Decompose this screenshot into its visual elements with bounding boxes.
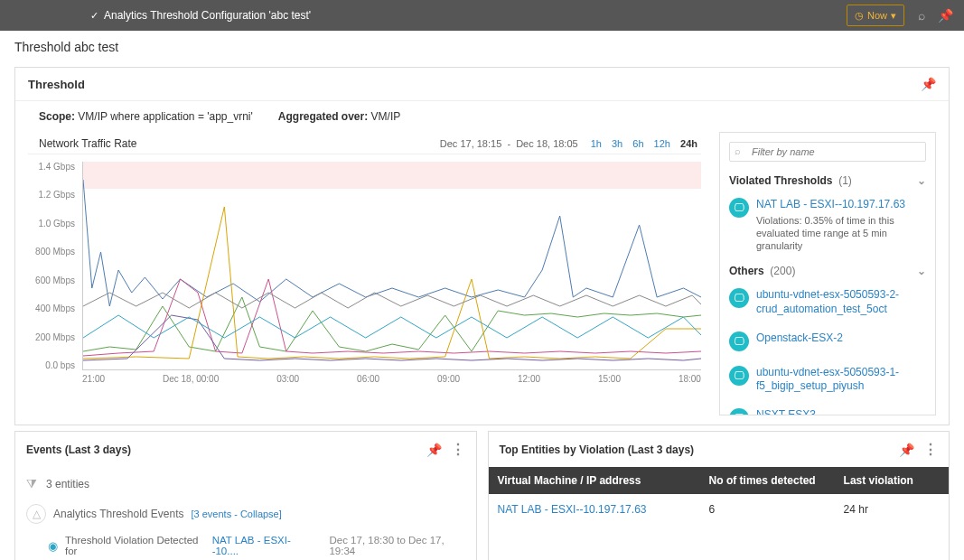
pin-icon[interactable]: 📌 — [933, 5, 957, 26]
threshold-panel: Threshold 📌 Scope: VM/IP where applicati… — [14, 67, 950, 425]
range-3h[interactable]: 3h — [612, 138, 622, 149]
x-tick: 15:00 — [598, 374, 621, 388]
x-tick: 09:00 — [437, 374, 460, 388]
range-24h[interactable]: 24h — [680, 138, 697, 149]
col-count: No of times detected — [709, 474, 844, 487]
violated-item-sub: Violations: 0.35% of time in this evalua… — [756, 214, 926, 253]
x-tick: 03:00 — [276, 374, 299, 388]
table-header: Virtual Machine / IP address No of times… — [489, 467, 950, 494]
y-tick: 600 Mbps — [28, 275, 80, 285]
entity-side-panel: ⌕ Violated Thresholds (1) ⌄ 🖵 NAT LAB - … — [719, 132, 936, 415]
funnel-icon[interactable]: ⧩ — [26, 476, 37, 491]
x-tick: 12:00 — [518, 374, 540, 388]
vm-icon: 🖵 — [729, 331, 749, 351]
more-icon[interactable]: ⋮ — [923, 441, 938, 458]
x-tick: 06:00 — [357, 374, 379, 388]
chart-to: Dec 18, 18:05 — [516, 138, 578, 149]
events-panel: Events (Last 3 days) 📌 ⋮ ⧩ 3 entities △ … — [14, 431, 477, 560]
chart-from: Dec 17, 18:15 — [440, 138, 502, 149]
x-tick: 18:00 — [679, 374, 701, 388]
other-item[interactable]: 🖵 ubuntu-vdnet-esx-5050593-2-crud_automa… — [729, 283, 926, 325]
top-entities-panel: Top Entities by Violation (Last 3 days) … — [488, 431, 950, 560]
chart-lines — [83, 162, 701, 369]
check-icon: ✓ — [90, 10, 98, 22]
vm-icon: 🖵 — [729, 198, 749, 218]
violated-item-name[interactable]: NAT LAB - ESXI--10.197.17.63 — [756, 198, 926, 212]
chevron-down-icon[interactable]: ⌄ — [917, 174, 926, 187]
chevron-down-icon[interactable]: ⌄ — [917, 265, 926, 277]
chart-area[interactable]: 1.4 Gbps 1.2 Gbps 1.0 Gbps 800 Mbps 600 … — [28, 154, 701, 388]
y-tick: 1.2 Gbps — [28, 190, 80, 200]
x-tick: 21:00 — [82, 374, 105, 388]
chart-title: Network Traffic Rate — [39, 137, 136, 150]
filter-input[interactable] — [729, 142, 926, 162]
vm-icon: 🖵 — [729, 288, 749, 308]
scope-label: Scope: — [39, 110, 75, 123]
violated-count: (1) — [838, 174, 852, 187]
event-link[interactable]: NAT LAB - ESXI--10.... — [212, 535, 312, 556]
events-collapse-link[interactable]: [3 events - Collapse] — [192, 509, 282, 519]
x-axis: 21:00 Dec 18, 00:00 03:00 06:00 09:00 12… — [82, 372, 701, 388]
range-1h[interactable]: 1h — [591, 138, 602, 149]
range-12h[interactable]: 12h — [654, 138, 670, 149]
chevron-down-icon: ▾ — [891, 10, 896, 22]
y-tick: 0.0 bps — [28, 360, 80, 370]
events-group-row[interactable]: △ Analytics Threshold Events [3 events -… — [26, 500, 465, 529]
other-item[interactable]: 🖵 ubuntu-vdnet-esx-5050593-1-f5_bigip_se… — [729, 360, 926, 403]
scope-value: VM/IP where application = 'app_vrni' — [78, 110, 252, 123]
chart-column: Network Traffic Rate Dec 17, 18:15 - Dec… — [28, 132, 701, 415]
violated-label: Violated Thresholds — [729, 174, 832, 187]
y-tick: 800 Mbps — [28, 247, 80, 257]
threshold-panel-title: Threshold — [28, 78, 85, 91]
aggregated-label: Aggregated over: — [278, 110, 368, 123]
row-last: 24 hr — [844, 503, 940, 516]
events-filter-row: ⧩ 3 entities — [26, 472, 465, 500]
row-count: 6 — [709, 503, 844, 516]
vm-icon: 🖵 — [729, 408, 749, 415]
pin-icon[interactable]: 📌 — [899, 443, 914, 457]
x-tick: Dec 18, 00:00 — [163, 374, 219, 388]
event-row[interactable]: ◉ Threshold Violation Detected for NAT L… — [26, 529, 465, 560]
pin-icon[interactable]: 📌 — [426, 443, 442, 457]
top-entities-title: Top Entities by Violation (Last 3 days) — [500, 443, 695, 456]
alert-icon: △ — [26, 504, 46, 524]
pin-icon[interactable]: 📌 — [921, 77, 936, 91]
y-tick: 200 Mbps — [28, 332, 80, 342]
event-text: Threshold Violation Detected for — [65, 535, 205, 556]
other-item-name[interactable]: ubuntu-vdnet-esx-5050593-2-crud_automati… — [756, 288, 926, 316]
other-item-name[interactable]: NSXT-ESX3 — [756, 408, 816, 415]
y-tick: 1.4 Gbps — [28, 162, 80, 172]
col-last: Last violation — [844, 474, 940, 487]
time-now-button[interactable]: ◷ Now ▾ — [847, 5, 904, 26]
y-tick: 400 Mbps — [28, 303, 80, 313]
violated-item[interactable]: 🖵 NAT LAB - ESXI--10.197.17.63 Violation… — [729, 192, 926, 261]
table-row[interactable]: NAT LAB - ESXI--10.197.17.63 6 24 hr — [489, 494, 950, 525]
breadcrumb: ✓ Analytics Threshold Configuration 'abc… — [90, 9, 311, 22]
time-now-label: Now — [867, 10, 887, 21]
breadcrumb-title: Analytics Threshold Configuration 'abc t… — [104, 9, 311, 22]
violation-icon: ◉ — [48, 539, 58, 553]
entities-count: 3 entities — [46, 478, 89, 490]
search-icon[interactable]: ⌕ — [910, 5, 933, 26]
scope-row: Scope: VM/IP where application = 'app_vr… — [15, 100, 949, 132]
other-item-name[interactable]: ubuntu-vdnet-esx-5050593-1-f5_bigip_setu… — [756, 366, 926, 394]
range-6h[interactable]: 6h — [632, 138, 643, 149]
more-icon[interactable]: ⋮ — [451, 441, 465, 458]
other-item[interactable]: 🖵 NSXT-ESX3 — [729, 403, 926, 415]
y-axis: 1.4 Gbps 1.2 Gbps 1.0 Gbps 800 Mbps 600 … — [28, 162, 80, 370]
other-item-name[interactable]: Openstack-ESX-2 — [756, 331, 843, 346]
events-group-label: Analytics Threshold Events — [53, 508, 184, 520]
others-label: Others — [729, 265, 764, 277]
search-icon: ⌕ — [735, 145, 741, 156]
violated-group-header[interactable]: Violated Thresholds (1) ⌄ — [729, 171, 926, 192]
page-title: Threshold abc test — [0, 31, 964, 61]
event-time: Dec 17, 18:30 to Dec 17, 19:34 — [329, 535, 464, 556]
y-tick: 1.0 Gbps — [28, 219, 80, 229]
plot-area — [82, 162, 701, 370]
other-item[interactable]: 🖵 Openstack-ESX-2 — [729, 326, 926, 360]
others-group-header[interactable]: Others (200) ⌄ — [729, 261, 926, 283]
row-vm-link[interactable]: NAT LAB - ESXI--10.197.17.63 — [498, 503, 647, 516]
top-bar: ✓ Analytics Threshold Configuration 'abc… — [0, 0, 964, 31]
col-vm: Virtual Machine / IP address — [498, 474, 709, 487]
clock-icon: ◷ — [855, 10, 864, 22]
